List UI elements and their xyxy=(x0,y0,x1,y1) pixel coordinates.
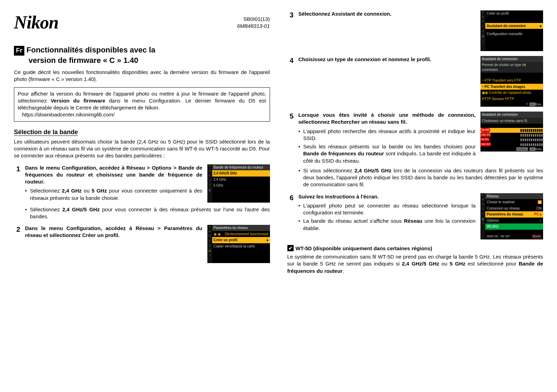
band-selection-heading: Sélection de la bande xyxy=(14,128,270,136)
checkmark-icon: ✔ xyxy=(287,245,294,251)
shot4-suiv: Suiv. xyxy=(535,103,542,106)
step-5-cont: Si vous sélectionnez 2,4 GHz/5 GHz lors … xyxy=(287,165,543,188)
screenshot-network-status: ▸●✎Y≡▦? Réseau Choisir le matériel📶 Conn… xyxy=(480,193,543,239)
s1-li2a: Sélectionnez xyxy=(30,206,62,212)
step-3: 3 Sélectionnez Assistant de connexion. ▸… xyxy=(287,10,543,51)
s1-li2: Sélectionnez 2,4 GHz/5 GHz pour vous con… xyxy=(25,206,270,220)
shot1-opt1: 2,4 GHz/5 GHz xyxy=(212,170,270,177)
shot2-r2-label: Créer un profil xyxy=(214,238,238,243)
wt5d-note-body: Le système de communication sans fil WT-… xyxy=(287,253,543,275)
s3-t1: Sélectionnez xyxy=(299,11,332,17)
step-5: 5 Lorsque vous êtes invité à choisir une… xyxy=(287,112,543,164)
shot2-r1-label: Déclenchement synchronisé xyxy=(225,232,269,237)
title-line-1: Fonctionnalités disponibles avec la xyxy=(26,46,155,54)
screenshot-band-options: ▸●✎Y≡▦ Bande de fréquences du routeur 2,… xyxy=(207,164,270,203)
shot4-r2-label: PC Transfert des images xyxy=(485,84,542,89)
shot2-r3: Copier vers/depuis la carte xyxy=(212,243,270,250)
shot6-r1: Choisir le matériel📶 xyxy=(485,199,543,205)
s3-t2: . xyxy=(390,11,391,17)
s1-li1: Sélectionnez 2,4 GHz ou 5 GHz pour vous … xyxy=(25,187,202,202)
wt5d-note-title: WT-5D (disponible uniquement dans certai… xyxy=(296,245,432,252)
shot6-r2-v: ON xyxy=(536,206,542,211)
shot5-net1: 2a 5G▮▮▮▮▮▮▮▮▮▮▮ xyxy=(480,128,543,133)
shot4-r3: ▣◉Contrôle de l'appareil photo xyxy=(480,90,543,96)
shot6-r4: Options-- xyxy=(485,218,543,224)
s1-b1: Réseau xyxy=(126,165,145,171)
shot6-status-text: 0000 00 : 00' 00" xyxy=(487,234,510,238)
shot6-status: 0000 00 : 00' 00"5GHz xyxy=(485,233,543,239)
shot5-ok: OK xyxy=(530,147,535,151)
step-5-number: 5 xyxy=(287,112,294,121)
step-6-text: Suivez les instructions à l'écran. L'app… xyxy=(299,193,476,232)
shot6-r4-l: Options xyxy=(487,218,499,223)
shot2-r1: ◉-◉ Déclenchement synchronisé xyxy=(212,231,270,237)
s6-li2a: La bande du réseau actuel s'affiche sous xyxy=(303,218,404,224)
step-6: 6 Suivez les instructions à l'écran. L'a… xyxy=(287,193,543,239)
step-1-number: 1 xyxy=(14,164,20,174)
s5-li2a: Seuls les réseaux présents sur la bande … xyxy=(303,144,476,149)
shot6-r3-v: PC ▸ xyxy=(534,212,542,217)
shot5-header: Assistant de connexion xyxy=(480,112,543,118)
shot5-net3: 2a 5G▮▮▮▮▮▮▮▮▮▮▮ xyxy=(480,137,543,142)
step-3-text: Sélectionnez Assistant de connexion. xyxy=(299,10,476,17)
shot5-sub: Choisissez un réseau sans fil. xyxy=(480,118,543,124)
step-1-text: Dans le menu Configuration, accédez à Ré… xyxy=(25,164,202,202)
download-url: https://downloadcenter.nikonimglib.com/ xyxy=(22,111,266,118)
shot2-header: Paramètres du réseau xyxy=(212,225,270,231)
s5-li3a: Si vous sélectionnez xyxy=(303,168,355,173)
shot6-r4-v: -- xyxy=(539,218,542,223)
box-bold: Version du firmware xyxy=(50,98,105,104)
s6-li2: La bande du réseau actuel s'affiche sous… xyxy=(299,218,476,232)
shot3-r2: Assistant de connexion▸ xyxy=(485,23,543,29)
shot5-net2: 2a2.4G▮▮▮▮▮▮▮▮▮▮▮ xyxy=(480,133,543,138)
screenshot-create-profile: ▸●✎Y≡▦? Créer un profil Assistant de con… xyxy=(480,10,543,51)
shot6-header: Réseau xyxy=(485,193,543,199)
screenshot-network-list: Assistant de connexion Choisissez un rés… xyxy=(480,112,543,152)
header-row: Nikon SB0I01(13) 6MB48313-01 xyxy=(14,10,270,35)
step-1-li2: Sélectionnez 2,4 GHz/5 GHz pour vous con… xyxy=(25,204,270,220)
screenshot-network-params: ▸●✎Y≡▦? Paramètres du réseau ◉-◉ Déclenc… xyxy=(207,225,270,263)
shot4-r4: HTTP Serveur HTTP xyxy=(480,96,543,102)
step-1: 1 Dans le menu Configuration, accédez à … xyxy=(14,164,270,203)
shot6-r3: Paramètres du réseauPC ▸ xyxy=(485,211,543,218)
s5-li2b: Bande de fréquences du routeur xyxy=(303,150,384,156)
shot6-r1-l: Choisir le matériel xyxy=(487,200,515,205)
note-bold1: 2,4 GHz/5 GHz xyxy=(402,261,439,267)
step-4-text: Choisissez un type de connexion et nomme… xyxy=(299,56,476,63)
brand-logo: Nikon xyxy=(14,10,58,35)
shot5-footer: Refaire OKSuiv. xyxy=(480,147,543,152)
firmware-info-box: Pour afficher la version du firmware de … xyxy=(14,87,270,122)
shot6-5ghz-badge: 5GHz xyxy=(532,234,542,239)
shot1-opt2: 2,4 GHz xyxy=(212,177,270,183)
s2-t2: > xyxy=(154,225,164,231)
shot6-r2-l: Connexion au réseau xyxy=(487,206,520,211)
right-column: 3 Sélectionnez Assistant de connexion. ▸… xyxy=(287,10,543,275)
shot3-r3: Configuration manuelle xyxy=(485,31,543,37)
shot6-r5: WLAN1 xyxy=(485,223,543,230)
s6-title: Suivez les instructions à l'écran. xyxy=(299,194,379,199)
doc-code-2: 6MB48313-01 xyxy=(237,23,270,30)
shot4-header: Assistant de connexion xyxy=(480,56,543,62)
intro-paragraph: Ce guide décrit les nouvelles fonctionna… xyxy=(14,69,270,83)
shot5-suiv: Suiv. xyxy=(535,147,542,151)
note-b4: . xyxy=(343,268,344,274)
shot4-ok: OK xyxy=(530,103,535,106)
doc-codes: SB0I01(13) 6MB48313-01 xyxy=(237,16,270,30)
main-title: FrFonctionnalités disponibles avec la ve… xyxy=(14,45,270,65)
s1-li1a: Sélectionnez xyxy=(30,188,62,194)
s5-li2: Seuls les réseaux présents sur la bande … xyxy=(299,143,476,164)
shot4-sub: Permet de choisir un type de connexion. xyxy=(480,62,543,73)
s5-li3: Si vous sélectionnez 2,4 GHz/5 GHz lors … xyxy=(299,167,543,188)
doc-code-1: SB0I01(13) xyxy=(237,16,270,23)
s2-t4: . xyxy=(118,232,120,238)
screenshot-connection-type: Assistant de connexion Permet de choisir… xyxy=(480,56,543,107)
s3-b1: Assistant de connexion xyxy=(332,11,390,17)
step-4: 4 Choisissez un type de connexion et nom… xyxy=(287,56,543,107)
note-bold2: 5 GHz xyxy=(450,261,466,267)
step-5-li3: Si vous sélectionnez 2,4 GHz/5 GHz lors … xyxy=(299,165,543,188)
step-2-number: 2 xyxy=(14,225,20,234)
s1-b2: Options xyxy=(152,165,172,171)
shot4-r1: ~FTP Transfert vers FTP xyxy=(480,77,543,84)
s5-li1: L'appareil photo recherche des réseaux a… xyxy=(299,128,476,142)
step-5-text: Lorsque vous êtes invité à choisir une m… xyxy=(299,112,476,164)
